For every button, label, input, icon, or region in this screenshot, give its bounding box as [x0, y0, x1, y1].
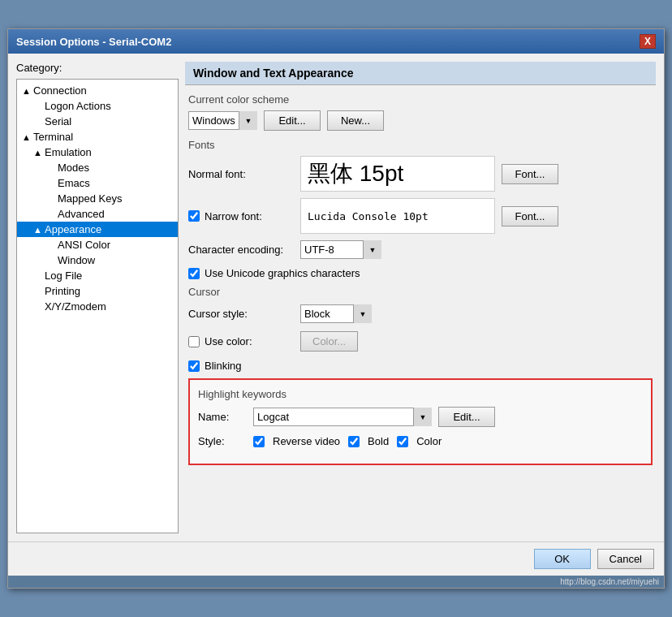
bold-label: Bold — [368, 435, 389, 447]
category-label: Category: — [16, 62, 179, 76]
bottom-bar: OK Cancel — [8, 541, 664, 576]
sidebar-item-printing[interactable]: Printing — [17, 283, 178, 299]
sidebar-item-label: Window — [58, 254, 95, 266]
normal-font-row: Normal font: 黑体 15pt Font... — [188, 156, 653, 192]
highlight-style-label: Style: — [198, 435, 247, 447]
sidebar-item-label: Connection — [33, 84, 87, 97]
arrow-icon: ▲ — [22, 132, 32, 142]
char-encoding-select[interactable]: UTF-8 ASCII ISO-8859-1 — [300, 240, 381, 259]
char-encoding-row: Character encoding: UTF-8 ASCII ISO-8859… — [188, 240, 653, 259]
unicode-checkbox-row: Use Unicode graphics characters — [188, 267, 653, 279]
normal-font-value: 黑体 15pt — [308, 158, 403, 189]
cancel-button[interactable]: Cancel — [597, 549, 654, 569]
reverse-video-label: Reverse video — [273, 435, 340, 447]
blinking-row: Blinking — [188, 360, 653, 372]
session-options-dialog: Session Options - Serial-COM2 X Category… — [7, 28, 665, 589]
sidebar-item-window[interactable]: Window — [17, 252, 178, 268]
highlight-section: Highlight keywords Name: Logcat None Cus… — [188, 378, 653, 465]
left-panel: Category: ▲ Connection Logon Actions Ser… — [16, 62, 179, 533]
sidebar-item-serial[interactable]: Serial — [17, 114, 178, 129]
cursor-style-row: Cursor style: Block Underline Beam — [188, 304, 653, 323]
dialog-title: Session Options - Serial-COM2 — [16, 36, 171, 48]
watermark: http://blog.csdn.net/miyuehi — [8, 576, 664, 588]
sidebar-item-mapped-keys[interactable]: Mapped Keys — [17, 191, 178, 206]
cursor-section-title: Cursor — [188, 286, 653, 298]
sidebar-item-label: Appearance — [45, 223, 101, 235]
unicode-checkbox[interactable] — [188, 268, 200, 279]
sidebar-item-label: Emulation — [45, 146, 92, 158]
narrow-font-button[interactable]: Font... — [502, 206, 558, 227]
dialog-body: Category: ▲ Connection Logon Actions Ser… — [8, 54, 664, 541]
unicode-label: Use Unicode graphics characters — [205, 267, 360, 279]
content-region: Current color scheme Windows Linux Custo… — [185, 93, 656, 465]
sidebar-item-label: Log File — [45, 270, 82, 282]
cursor-style-combo-wrapper[interactable]: Block Underline Beam — [300, 304, 372, 323]
sidebar-item-label: Terminal — [33, 131, 73, 143]
highlight-style-row: Style: Reverse video Bold Color — [198, 435, 643, 447]
highlight-name-select[interactable]: Logcat None Custom — [253, 408, 432, 426]
color-scheme-row: Windows Linux Custom Edit... New... — [188, 110, 653, 131]
new-color-scheme-button[interactable]: New... — [327, 110, 384, 131]
ok-button[interactable]: OK — [534, 549, 591, 569]
reverse-video-checkbox[interactable] — [253, 436, 265, 447]
color-scheme-select[interactable]: Windows Linux Custom — [188, 111, 257, 130]
highlight-name-combo-wrapper[interactable]: Logcat None Custom — [253, 408, 432, 426]
color-scheme-section-label: Current color scheme — [188, 93, 653, 106]
sidebar-item-label: ANSI Color — [58, 239, 110, 251]
section-header: Window and Text Appearance — [185, 62, 656, 85]
sidebar-item-label: Modes — [58, 162, 89, 174]
use-color-checkbox[interactable] — [188, 336, 200, 347]
sidebar-item-label: Logon Actions — [45, 100, 111, 112]
bold-checkbox[interactable] — [348, 436, 360, 447]
sidebar-item-label: Serial — [45, 115, 71, 127]
narrow-font-checkbox-row: Narrow font: — [188, 210, 294, 222]
narrow-font-sample: Lucida Console 10pt — [300, 198, 495, 234]
highlight-name-row: Name: Logcat None Custom Edit... — [198, 407, 643, 427]
sidebar-item-modes[interactable]: Modes — [17, 160, 178, 175]
sidebar-item-label: Printing — [45, 285, 80, 297]
color-checkbox[interactable] — [397, 436, 408, 447]
sidebar-item-logon-actions[interactable]: Logon Actions — [17, 98, 178, 114]
color-scheme-combo-wrapper[interactable]: Windows Linux Custom — [188, 111, 257, 130]
narrow-font-value: Lucida Console 10pt — [308, 210, 429, 222]
use-color-label: Use color: — [205, 335, 252, 347]
sidebar-item-label: Advanced — [58, 208, 105, 220]
category-tree: ▲ Connection Logon Actions Serial ▲ Term… — [16, 79, 179, 533]
normal-font-sample: 黑体 15pt — [300, 156, 495, 192]
cursor-style-select[interactable]: Block Underline Beam — [300, 304, 372, 323]
blinking-label: Blinking — [205, 360, 242, 372]
char-encoding-combo-wrapper[interactable]: UTF-8 ASCII ISO-8859-1 — [300, 240, 381, 259]
narrow-font-checkbox[interactable] — [188, 210, 200, 222]
char-encoding-label: Character encoding: — [188, 244, 294, 256]
sidebar-item-appearance[interactable]: ▲ Appearance — [17, 222, 178, 237]
sidebar-item-label: Emacs — [58, 177, 90, 189]
color-button[interactable]: Color... — [300, 331, 358, 352]
sidebar-item-terminal[interactable]: ▲ Terminal — [17, 129, 178, 145]
blinking-checkbox[interactable] — [188, 360, 200, 372]
normal-font-label: Normal font: — [188, 168, 294, 180]
right-panel: Window and Text Appearance Current color… — [185, 62, 656, 533]
normal-font-button[interactable]: Font... — [502, 164, 558, 184]
sidebar-item-connection[interactable]: ▲ Connection — [17, 83, 178, 98]
arrow-icon: ▲ — [22, 86, 32, 96]
fonts-section-title: Fonts — [188, 139, 653, 151]
highlight-name-label: Name: — [198, 411, 247, 423]
sidebar-item-ansi-color[interactable]: ANSI Color — [17, 237, 178, 252]
narrow-font-label: Narrow font: — [205, 210, 262, 222]
use-color-checkbox-row: Use color: — [188, 335, 294, 347]
sidebar-item-advanced[interactable]: Advanced — [17, 206, 178, 222]
arrow-icon: ▲ — [33, 225, 43, 235]
cursor-style-label: Cursor style: — [188, 308, 294, 320]
use-color-row: Use color: Color... — [188, 331, 653, 352]
arrow-icon: ▲ — [33, 148, 43, 157]
close-button[interactable]: X — [640, 34, 656, 49]
sidebar-item-emacs[interactable]: Emacs — [17, 175, 178, 191]
style-options-row: Reverse video Bold Color — [253, 435, 442, 447]
highlight-edit-button[interactable]: Edit... — [438, 407, 495, 427]
sidebar-item-label: Mapped Keys — [58, 192, 123, 205]
edit-color-scheme-button[interactable]: Edit... — [264, 110, 321, 131]
sidebar-item-emulation[interactable]: ▲ Emulation — [17, 145, 178, 160]
sidebar-item-xy-zmodem[interactable]: X/Y/Zmodem — [17, 299, 178, 314]
sidebar-item-log-file[interactable]: Log File — [17, 268, 178, 283]
narrow-font-row: Narrow font: Lucida Console 10pt Font... — [188, 198, 653, 234]
